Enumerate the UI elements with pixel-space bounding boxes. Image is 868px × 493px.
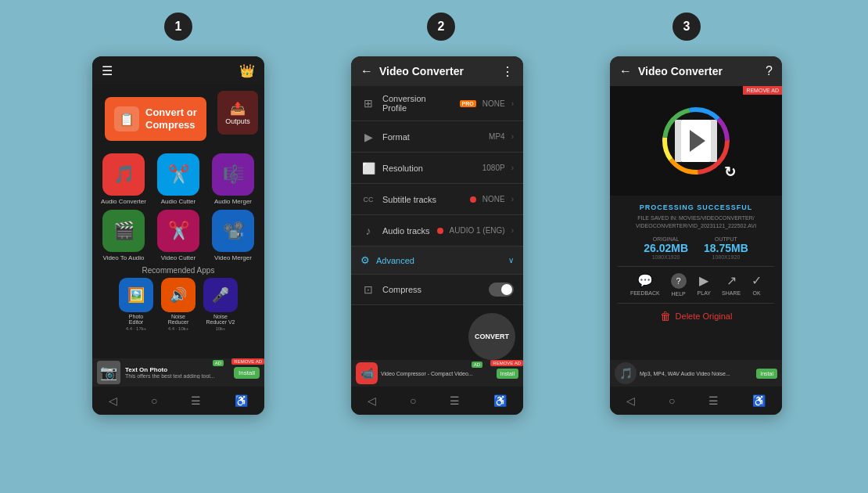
p2-conversion-profile-row[interactable]: ⊞ Conversion Profile PRO NONE › — [351, 86, 523, 121]
advanced-chevron-icon: ∨ — [508, 256, 514, 264]
output-dim: 1080X1920 — [704, 254, 748, 260]
app-video-to-audio[interactable]: 🎬 Video To Audio — [99, 210, 149, 261]
p3-install-button[interactable]: Instal — [756, 369, 777, 379]
p3-remove-ad-button[interactable]: REMOVE AD — [743, 86, 782, 95]
phone-1: ☰ 👑 📋 Convert orCompress 📤 Outputs 🎵 Aud… — [92, 56, 264, 415]
output-size: 18.75MB — [704, 242, 748, 254]
audio-dot — [437, 228, 443, 234]
recents-nav-icon[interactable]: ☰ — [708, 394, 719, 407]
rec-noise-reducer-v2[interactable]: 🎤 NoiseReducer V2 10k+ — [203, 278, 238, 331]
share-icon: ↗ — [726, 273, 737, 288]
convert-label: CONVERT — [475, 333, 509, 340]
home-nav-icon[interactable]: ○ — [410, 394, 416, 407]
p1-remove-ad-button[interactable]: REMOVE AD — [231, 358, 264, 365]
back-nav-icon[interactable]: ◁ — [109, 394, 117, 407]
p2-ad-badge: AD — [472, 362, 482, 368]
rec-noise-reducer[interactable]: 🔊 NoiseReducer 4.4 · 10k+ — [161, 278, 195, 331]
p2-install-button[interactable]: Install — [497, 369, 518, 379]
app-audio-converter[interactable]: 🎵 Audio Converter — [99, 153, 149, 205]
recents-nav-icon[interactable]: ☰ — [450, 394, 460, 407]
file-path: FILE SAVED IN: MOVIES/VIDEOCONVERTER/VID… — [618, 214, 774, 230]
home-nav-icon[interactable]: ○ — [669, 394, 675, 407]
feedback-icon: 💬 — [637, 273, 653, 288]
subtitle-dot — [470, 196, 476, 203]
home-nav-icon[interactable]: ○ — [151, 394, 157, 407]
back-nav-icon[interactable]: ◁ — [626, 394, 635, 407]
noise-reducer-v2-icon: 🎤 — [203, 278, 238, 312]
trash-icon: 🗑 — [660, 310, 671, 322]
arrow-overlay: ↻ — [724, 164, 736, 181]
resolution-icon: ⬜ — [360, 162, 376, 175]
outputs-button[interactable]: 📤 Outputs — [217, 91, 258, 135]
p2-more-icon[interactable]: ⋮ — [501, 64, 514, 79]
back-nav-icon[interactable]: ◁ — [368, 394, 376, 407]
audio-converter-label: Audio Converter — [101, 198, 146, 205]
accessibility-icon[interactable]: ♿ — [493, 394, 507, 407]
feedback-button[interactable]: 💬 FEEDBACK — [630, 273, 660, 297]
pro-badge: PRO — [460, 100, 476, 107]
share-button[interactable]: ↗ SHARE — [722, 273, 741, 297]
app-logo: ↻ — [661, 106, 731, 176]
conversion-profile-icon: ⊞ — [360, 97, 376, 110]
p2-back-button[interactable]: ← — [360, 64, 373, 78]
original-stat: ORIGINAL 26.02MB 1080X1920 — [644, 236, 688, 260]
p2-compress-row[interactable]: ⊡ Compress — [351, 275, 523, 305]
p1-install-button[interactable]: Install — [234, 367, 260, 379]
p3-help-icon[interactable]: ? — [766, 64, 773, 78]
p2-settings-list: ⊞ Conversion Profile PRO NONE › ▶ Format… — [351, 86, 523, 305]
p2-format-row[interactable]: ▶ Format MP4 › — [351, 121, 523, 153]
p2-navbar: ◁ ○ ☰ ♿ — [351, 387, 523, 415]
convert-compress-button[interactable]: 📋 Convert orCompress — [105, 97, 206, 141]
p3-ad-text: Mp3, MP4, WAV Audio Video Noise... — [640, 371, 753, 376]
p3-back-button[interactable]: ← — [619, 64, 632, 78]
compress-toggle[interactable] — [489, 282, 514, 297]
step-3-circle: 3 — [673, 13, 701, 41]
p2-advanced-row[interactable]: ⚙ Advanced ∨ — [351, 246, 523, 275]
app-audio-merger[interactable]: 🎼 Audio Merger — [208, 153, 258, 205]
convert-icon: 📋 — [114, 106, 139, 131]
app-video-merger[interactable]: 📽️ Video Merger — [208, 210, 258, 261]
p2-audio-tracks-row[interactable]: ♪ Audio tracks AUDIO 1 (ENG) › — [351, 215, 523, 246]
recommended-apps: 🖼️ PhotoEditor 4.4 · 17k+ 🔊 NoiseReducer… — [99, 278, 258, 331]
video-to-audio-label: Video To Audio — [102, 254, 144, 261]
p2-remove-ad-button[interactable]: REMOVE AD — [490, 360, 523, 366]
p2-convert-button[interactable]: CONVERT — [468, 313, 515, 360]
play-icon: ▶ — [699, 273, 708, 288]
output-stat: OUTPUT 18.75MB 1080X1920 — [704, 236, 748, 260]
delete-original-button[interactable]: 🗑 Delete Original — [618, 303, 774, 329]
original-dim: 1080X1920 — [644, 254, 688, 260]
ok-button[interactable]: ✓ OK — [751, 273, 762, 297]
rec-photo-editor[interactable]: 🖼️ PhotoEditor 4.4 · 17k+ — [119, 278, 153, 331]
phone-2: ← Video Converter ⋮ ⊞ Conversion Profile… — [351, 56, 523, 415]
p3-title: Video Converter — [638, 65, 759, 77]
p1-action-row: 📋 Convert orCompress 📤 Outputs — [99, 91, 258, 147]
chevron-right-icon: › — [511, 164, 514, 172]
accessibility-icon[interactable]: ♿ — [752, 394, 766, 407]
audio-merger-label: Audio Merger — [214, 198, 252, 205]
play-button[interactable]: ▶ PLAY — [698, 273, 711, 297]
p2-resolution-row[interactable]: ⬜ Resolution 1080P › — [351, 153, 523, 184]
p3-navbar: ◁ ○ ☰ ♿ — [610, 387, 782, 415]
app-audio-cutter[interactable]: ✂️ Audio Cutter — [153, 153, 203, 205]
accessibility-icon[interactable]: ♿ — [235, 394, 248, 407]
help-icon: ? — [671, 273, 687, 289]
help-button[interactable]: ? HELP — [671, 273, 687, 297]
menu-icon[interactable]: ☰ — [102, 63, 113, 78]
audio-icon: ♪ — [360, 225, 376, 237]
recents-nav-icon[interactable]: ☰ — [191, 394, 201, 407]
original-size: 26.02MB — [644, 242, 688, 254]
chevron-right-icon: › — [511, 226, 514, 235]
ad-text: Text On Photo This offers the best text … — [125, 366, 229, 379]
checkmark-icon: ✓ — [751, 273, 762, 288]
video-cutter-icon: ✂️ — [157, 210, 199, 252]
p1-navbar: ◁ ○ ☰ ♿ — [92, 387, 264, 415]
step-1-circle: 1 — [164, 13, 192, 41]
p2-subtitle-tracks-row[interactable]: CC Subtitle tracks NONE › — [351, 184, 523, 215]
p1-ad-bar: 📷 Text On Photo This offers the best tex… — [92, 358, 264, 387]
app-video-cutter[interactable]: ✂️ Video Cutter — [153, 210, 203, 261]
p2-header: ← Video Converter ⋮ — [351, 56, 523, 86]
success-text: PROCESSING SUCCESSFUL — [618, 203, 774, 211]
video-merger-icon: 📽️ — [212, 210, 254, 252]
p3-ad-bar: 🎵 Mp3, MP4, WAV Audio Video Noise... Ins… — [610, 360, 782, 387]
p2-ad-bar: 📹 Video Compressor - Compact Video... In… — [351, 360, 523, 387]
